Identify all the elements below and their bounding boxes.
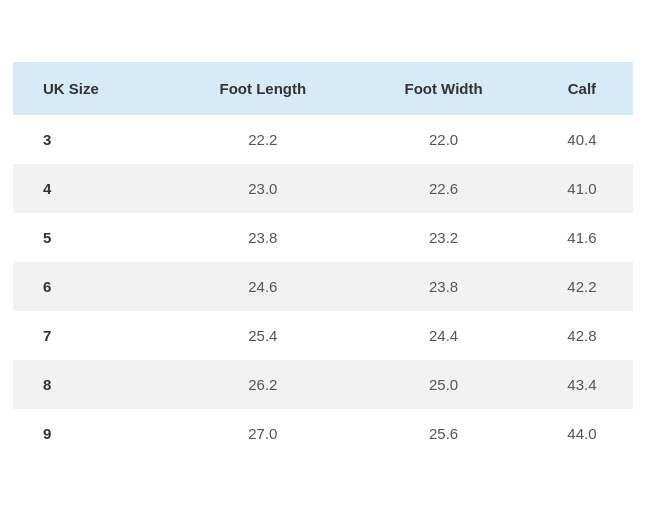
cell-foot-width: 25.0 bbox=[356, 360, 530, 409]
size-guide-table: UK SizeFoot LengthFoot WidthCalf 322.222… bbox=[13, 62, 633, 458]
cell-calf: 41.6 bbox=[531, 213, 633, 262]
table-row: 624.623.842.2 bbox=[13, 262, 633, 311]
table-row: 826.225.043.4 bbox=[13, 360, 633, 409]
cell-calf: 41.0 bbox=[531, 164, 633, 213]
cell-uk-size: 6 bbox=[13, 262, 169, 311]
column-header-uk-size: UK Size bbox=[13, 62, 169, 115]
table-row: 725.424.442.8 bbox=[13, 311, 633, 360]
cell-foot-length: 22.2 bbox=[169, 115, 356, 164]
table-row: 423.022.641.0 bbox=[13, 164, 633, 213]
cell-uk-size: 3 bbox=[13, 115, 169, 164]
cell-foot-length: 27.0 bbox=[169, 409, 356, 458]
table-row: 322.222.040.4 bbox=[13, 115, 633, 164]
table-row: 523.823.241.6 bbox=[13, 213, 633, 262]
cell-foot-length: 24.6 bbox=[169, 262, 356, 311]
cell-foot-length: 25.4 bbox=[169, 311, 356, 360]
cell-uk-size: 5 bbox=[13, 213, 169, 262]
cell-calf: 43.4 bbox=[531, 360, 633, 409]
cell-uk-size: 8 bbox=[13, 360, 169, 409]
cell-calf: 44.0 bbox=[531, 409, 633, 458]
cell-foot-length: 23.8 bbox=[169, 213, 356, 262]
cell-calf: 42.8 bbox=[531, 311, 633, 360]
column-header-calf: Calf bbox=[531, 62, 633, 115]
cell-calf: 42.2 bbox=[531, 262, 633, 311]
cell-foot-length: 23.0 bbox=[169, 164, 356, 213]
cell-foot-length: 26.2 bbox=[169, 360, 356, 409]
column-header-foot-length: Foot Length bbox=[169, 62, 356, 115]
cell-foot-width: 22.6 bbox=[356, 164, 530, 213]
table-header-row: UK SizeFoot LengthFoot WidthCalf bbox=[13, 62, 633, 115]
cell-uk-size: 7 bbox=[13, 311, 169, 360]
cell-uk-size: 9 bbox=[13, 409, 169, 458]
cell-calf: 40.4 bbox=[531, 115, 633, 164]
column-header-foot-width: Foot Width bbox=[356, 62, 530, 115]
cell-foot-width: 25.6 bbox=[356, 409, 530, 458]
cell-uk-size: 4 bbox=[13, 164, 169, 213]
cell-foot-width: 22.0 bbox=[356, 115, 530, 164]
table-row: 927.025.644.0 bbox=[13, 409, 633, 458]
cell-foot-width: 23.8 bbox=[356, 262, 530, 311]
cell-foot-width: 24.4 bbox=[356, 311, 530, 360]
cell-foot-width: 23.2 bbox=[356, 213, 530, 262]
